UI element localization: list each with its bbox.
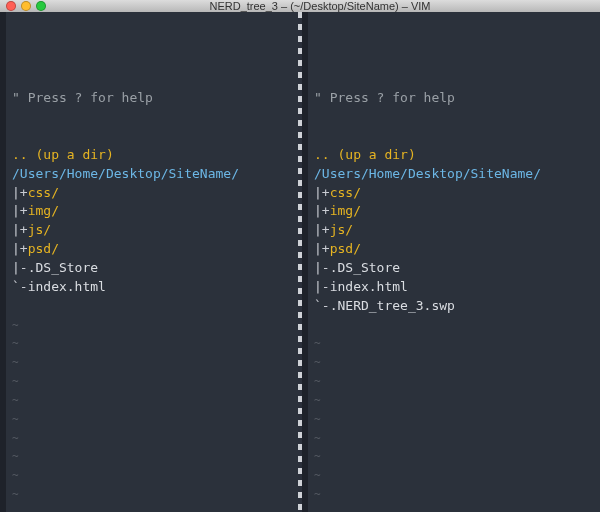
empty-line: ~ (12, 450, 19, 463)
tree-row[interactable]: |+js/ (314, 222, 353, 237)
pane-left-content: " Press ? for help .. (up a dir) /Users/… (12, 71, 294, 512)
empty-line: ~ (314, 469, 321, 482)
nerdtree-pane-left[interactable]: " Press ? for help .. (up a dir) /Users/… (0, 12, 298, 512)
titlebar: NERD_tree_3 – (~/Desktop/SiteName) – VIM (0, 0, 600, 12)
empty-line: ~ (314, 337, 321, 350)
minimize-icon[interactable] (21, 1, 31, 11)
empty-line: ~ (12, 469, 19, 482)
help-line: " Press ? for help (12, 90, 153, 105)
pane-right-content: " Press ? for help .. (up a dir) /Users/… (314, 71, 596, 512)
empty-line: ~ (12, 507, 19, 512)
tree-row[interactable]: `-.NERD_tree_3.swp (314, 298, 455, 313)
window-controls (6, 1, 46, 11)
zoom-icon[interactable] (36, 1, 46, 11)
tree-row[interactable]: |-.DS_Store (12, 260, 98, 275)
tree-row[interactable]: |-index.html (314, 279, 408, 294)
editor-body: " Press ? for help .. (up a dir) /Users/… (0, 12, 600, 512)
empty-line: ~ (12, 356, 19, 369)
empty-line: ~ (12, 394, 19, 407)
tree-row[interactable]: |+psd/ (12, 241, 59, 256)
tree-row[interactable]: |+js/ (12, 222, 51, 237)
empty-line: ~ (314, 413, 321, 426)
tree-row[interactable]: |+img/ (12, 203, 59, 218)
empty-line: ~ (12, 319, 19, 332)
help-line: " Press ? for help (314, 90, 455, 105)
tree-row[interactable]: |+img/ (314, 203, 361, 218)
gutter (0, 12, 6, 512)
empty-line: ~ (314, 375, 321, 388)
tree-row[interactable]: |-.DS_Store (314, 260, 400, 275)
empty-line: ~ (12, 375, 19, 388)
tree-row[interactable]: `-index.html (12, 279, 106, 294)
empty-line: ~ (314, 432, 321, 445)
tree-row[interactable]: |+psd/ (314, 241, 361, 256)
root-path[interactable]: /Users/Home/Desktop/SiteName/ (12, 166, 239, 181)
tree-row[interactable]: |+css/ (314, 185, 361, 200)
empty-line: ~ (12, 488, 19, 501)
window-title: NERD_tree_3 – (~/Desktop/SiteName) – VIM (46, 0, 594, 12)
close-icon[interactable] (6, 1, 16, 11)
root-path[interactable]: /Users/Home/Desktop/SiteName/ (314, 166, 541, 181)
empty-line: ~ (12, 432, 19, 445)
empty-line: ~ (12, 413, 19, 426)
tree-row[interactable]: |+css/ (12, 185, 59, 200)
up-dir[interactable]: .. (up a dir) (12, 147, 114, 162)
empty-line: ~ (314, 507, 321, 512)
empty-line: ~ (12, 337, 19, 350)
vim-window: NERD_tree_3 – (~/Desktop/SiteName) – VIM… (0, 0, 600, 512)
nerdtree-pane-right[interactable]: " Press ? for help .. (up a dir) /Users/… (302, 12, 600, 512)
empty-line: ~ (314, 356, 321, 369)
empty-line: ~ (314, 394, 321, 407)
empty-line: ~ (314, 488, 321, 501)
gutter (302, 12, 308, 512)
up-dir[interactable]: .. (up a dir) (314, 147, 416, 162)
empty-line: ~ (314, 450, 321, 463)
